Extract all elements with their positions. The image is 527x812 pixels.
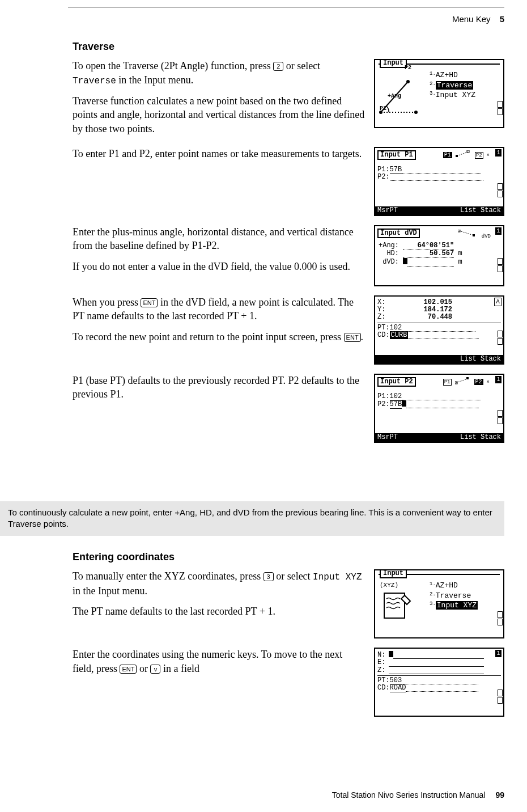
softkey-msrpt: MsrPT — [377, 434, 398, 441]
input-menu-list: 1.AZ+HD 2.Traverse 3.Input XYZ — [430, 581, 478, 611]
running-header: Menu Key 5 — [452, 14, 504, 25]
label-pt: PT: — [377, 676, 390, 684]
page-indicator-icon: 1 — [495, 376, 502, 383]
row-intro: To open the Traverse (2Pt Angle) functio… — [73, 59, 504, 142]
cursor-icon — [403, 258, 407, 264]
screen-input-p2: Input P2 1 P1 P2 × P1:102 P2:57B MsrPT L… — [374, 374, 504, 443]
battery-icon — [498, 410, 502, 425]
footer-page-number: 99 — [495, 790, 504, 800]
softkey-bar: List Stack — [375, 355, 503, 363]
battery-icon — [498, 611, 502, 626]
unit-m: m — [458, 249, 462, 257]
cursor-icon — [389, 651, 393, 657]
text-column: To open the Traverse (2Pt Angle) functio… — [73, 59, 365, 142]
menu-item-traverse: Traverse — [436, 81, 473, 90]
softkey-list-stack: List Stack — [460, 356, 501, 363]
label-z: Z: — [377, 667, 389, 674]
input-menu-list: 1.AZ+HD 2.Traverse 3.Input XYZ — [430, 70, 475, 100]
key-down: v — [150, 665, 160, 674]
diagram-label-p2: P2 — [405, 65, 411, 71]
battery-icon — [498, 258, 502, 273]
key-ent: ENT — [141, 298, 158, 307]
value-cd: CURB — [390, 331, 409, 339]
diagram-label-dvd: dVD — [482, 234, 491, 239]
softkey-bar: MsrPT List Stack — [375, 206, 503, 215]
svg-rect-13 — [466, 377, 469, 379]
screen-title: Input dVD — [377, 229, 420, 238]
svg-line-5 — [457, 152, 468, 156]
mono-traverse: Traverse — [73, 76, 116, 86]
field-label-p2: P2: — [377, 173, 390, 181]
para-record: To record the new point and return to th… — [73, 330, 365, 344]
key-3: 3 — [264, 572, 274, 581]
heading-traverse: Traverse — [73, 40, 504, 53]
p1p2-link-icon — [455, 377, 471, 385]
screen-title: Input — [380, 60, 407, 68]
key-ent: ENT — [344, 333, 361, 342]
row-coords-intro: To manually enter the XYZ coordinates, p… — [73, 569, 504, 643]
page-indicator-icon: 1 — [495, 227, 502, 235]
page-indicator-icon: 1 — [495, 149, 502, 157]
notepad-icon — [381, 590, 413, 621]
label-pt: PT: — [377, 324, 390, 332]
screen-title: Input P2 — [377, 377, 416, 387]
field-value-p1: 57B — [390, 166, 402, 174]
screen-input-dvd: Input dVD 1 dVD +Ang: 64°08'51" HD: 50.5… — [374, 225, 504, 286]
tip-box: To continuously calculate a new point, e… — [0, 501, 504, 536]
para-desc: Traverse function calculates a new point… — [73, 94, 365, 136]
screen-enter-nez: 1 N: E: Z: PT:503 CD:ROAD — [374, 648, 504, 717]
field-value-ang: 64°08'51" — [403, 242, 454, 250]
svg-rect-10 — [473, 234, 475, 236]
field-label-p1: P1: — [377, 166, 390, 174]
row-coords-entry: Enter the coordinates using the numeric … — [73, 648, 504, 721]
battery-icon — [498, 101, 502, 116]
running-footer: Total Station Nivo Series Instruction Ma… — [332, 790, 504, 801]
label-cd: CD: — [377, 684, 390, 692]
unit-m: m — [458, 258, 462, 266]
screen-title: Input — [380, 570, 407, 578]
screen-result-xyz: A X:102.015 Y:184.172 Z:70.448 PT:102 CD… — [374, 295, 504, 365]
softkey-bar: MsrPT List Stack — [375, 433, 503, 442]
svg-point-3 — [406, 80, 410, 83]
para-enter-dvd: Enter the plus-minus angle, horizontal d… — [73, 225, 365, 253]
footer-manual: Total Station Nivo Series Instruction Ma… — [332, 790, 486, 800]
header-chapter: 5 — [500, 14, 504, 24]
value-cd: ROAD — [390, 684, 406, 692]
para-defaults: P1 (base PT) defaults to the previously … — [73, 374, 365, 401]
para-enter-p1p2: To enter P1 and P2, enter point names or… — [73, 147, 365, 160]
p1p2-link-icon — [456, 150, 471, 158]
para-coords-entry: Enter the coordinates using the numeric … — [73, 648, 365, 675]
svg-point-4 — [414, 111, 418, 114]
para-dvd-default: If you do not enter a value in the dVD f… — [73, 260, 365, 273]
mono-inputxyz: Input XYZ — [313, 572, 362, 582]
heading-coordinates: Entering coordinates — [73, 550, 504, 564]
screen-input-menu-xyz: Input (XYZ) 1.AZ+HD 2.Traverse 3.Input X… — [374, 569, 504, 638]
diagram-label-ang: +Ang — [388, 93, 401, 99]
field-value-hd: 50.567 — [403, 250, 454, 258]
para-open: To open the Traverse (2Pt Angle) functio… — [73, 59, 365, 87]
menu-item-azhd: AZ+HD — [436, 71, 458, 79]
field-label-p1: P1: — [377, 392, 390, 400]
para-pt-default: The PT name defaults to the last recorde… — [73, 604, 365, 618]
badge-p2: P2 — [474, 379, 483, 385]
svg-line-11 — [456, 379, 468, 383]
badge-p2: P2 — [475, 152, 483, 159]
section-coordinates: Entering coordinates To manually enter t… — [73, 550, 504, 726]
row-defaults: P1 (base PT) defaults to the previously … — [73, 374, 504, 447]
para-calc: When you press ENT in the dVD field, a n… — [73, 295, 365, 323]
field-value-p2: 57B — [390, 400, 402, 409]
label-e: E: — [377, 659, 389, 666]
menu-item-inputxyz: Input XYZ — [436, 601, 478, 610]
softkey-list-stack: List Stack — [460, 207, 501, 214]
row-dvd: Enter the plus-minus angle, horizontal d… — [73, 225, 504, 291]
softkey-msrpt: MsrPT — [377, 207, 398, 214]
label-cd: CD: — [377, 331, 390, 339]
menu-item-inputxyz: Input XYZ — [436, 91, 475, 99]
field-label-ang: +Ang: — [377, 242, 399, 249]
key-ent: ENT — [120, 665, 137, 674]
softkey-list-stack: List Stack — [460, 434, 501, 441]
header-section: Menu Key — [452, 14, 491, 24]
menu-item-traverse: Traverse — [436, 591, 471, 600]
svg-line-8 — [459, 231, 474, 235]
para-coords-open: To manually enter the XYZ coordinates, p… — [73, 569, 365, 598]
